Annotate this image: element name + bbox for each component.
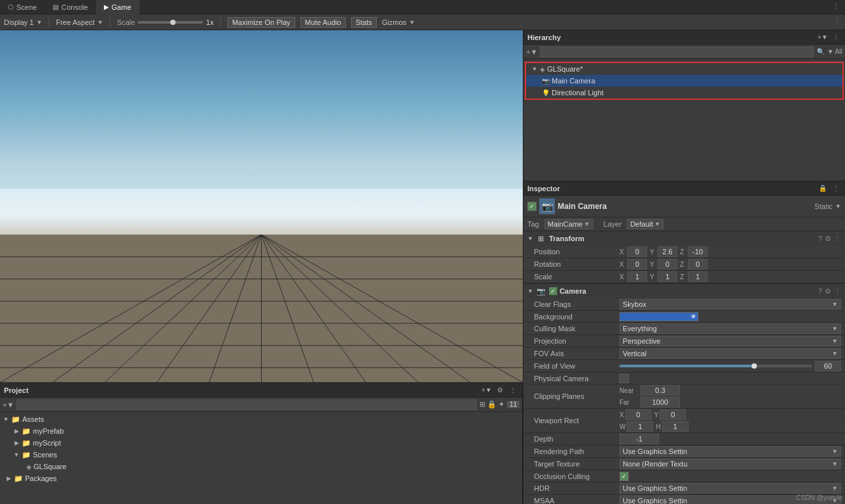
project-glsquare-scene[interactable]: ◈ GLSquare — [0, 461, 522, 472]
inspector-menu-btn[interactable]: ⋮ — [831, 183, 841, 194]
tab-scene[interactable]: ⬡ Scene — [0, 0, 45, 14]
watermark: CSDN @yueyie — [796, 494, 842, 501]
camera-help-icon[interactable]: ? — [818, 287, 822, 296]
hierarchy-add-icon[interactable]: +▼ — [526, 48, 537, 56]
obj-name: Main Camera — [558, 202, 607, 211]
scale-y-val[interactable]: 1 — [658, 271, 677, 282]
transform-help-icon[interactable]: ? — [818, 235, 822, 243]
rendering-path-dropdown[interactable]: Use Graphics Settin ▼ — [619, 446, 841, 457]
console-tab-icon: ▤ — [53, 3, 59, 11]
pos-x-val[interactable]: 0 — [627, 246, 647, 257]
project-settings-btn[interactable]: ⚙ — [495, 385, 505, 396]
vp-y-val[interactable]: 0 — [660, 409, 686, 420]
project-myprefab[interactable]: ▶ 📁 myPrefab — [0, 425, 522, 437]
static-arrow[interactable]: ▼ — [835, 203, 841, 210]
pos-z-val[interactable]: -10 — [688, 246, 708, 257]
project-add-icon[interactable]: +▼ — [3, 401, 14, 409]
project-assets-root[interactable]: ▼ 📁 Assets — [0, 413, 522, 425]
camera-settings-icon[interactable]: ⚙ — [825, 287, 831, 296]
hdr-dropdown[interactable]: Use Graphics Settin ▼ — [619, 483, 841, 493]
position-row: Position X 0 Y 2.6 Z — [523, 246, 845, 258]
hierarchy-search-icon[interactable]: 🔍 — [817, 48, 825, 55]
occlusion-check[interactable]: ✓ — [619, 472, 629, 481]
layer-dropdown-arrow: ▼ — [654, 221, 660, 227]
game-viewport: Project +▼ ⚙ ⋮ +▼ ⊞ 🔒 ✦ 11 ▼ — [0, 30, 523, 504]
project-add-btn[interactable]: +▼ — [481, 385, 492, 396]
camera-enabled[interactable]: ✓ — [549, 287, 557, 295]
obj-enabled-check[interactable]: ✓ — [527, 202, 537, 211]
camera-menu-icon[interactable]: ⋮ — [834, 287, 841, 296]
project-menu-btn[interactable]: ⋮ — [508, 385, 518, 396]
hierarchy-add-btn[interactable]: +▼ — [817, 32, 828, 43]
projection-row: Projection Perspective ▼ — [523, 335, 845, 348]
tab-menu-icon[interactable]: ⋮ — [833, 3, 845, 11]
tab-console[interactable]: ▤ Console — [45, 0, 95, 14]
culling-mask-dropdown[interactable]: Everything ▼ — [619, 323, 841, 334]
msaa-label: MSAA — [534, 497, 619, 504]
vp-x-val[interactable]: 0 — [625, 409, 652, 420]
fov-slider[interactable] — [619, 365, 812, 367]
depth-value[interactable]: -1 — [619, 434, 659, 444]
layer-val-text: Default — [630, 220, 653, 228]
hierarchy-main-camera[interactable]: 📷 Main Camera — [526, 75, 842, 87]
project-view-icons[interactable]: ⊞ 🔒 ✦ — [479, 400, 504, 409]
transform-menu-icon[interactable]: ⋮ — [834, 235, 841, 243]
inspector-lock-btn[interactable]: 🔒 — [817, 183, 828, 194]
transform-header[interactable]: ▼ ⊞ Transform ? ⚙ ⋮ — [523, 231, 845, 246]
bottom-panels: Project +▼ ⚙ ⋮ +▼ ⊞ 🔒 ✦ 11 ▼ — [0, 382, 523, 504]
hierarchy-panel: Hierarchy +▼ ⋮ +▼ 🔍 ▼ All ▼ ◈ GLSqu — [523, 30, 845, 181]
rot-x-val[interactable]: 0 — [627, 259, 647, 269]
hierarchy-filter-icon[interactable]: ▼ All — [827, 48, 842, 55]
far-value[interactable]: 1000 — [640, 397, 680, 407]
aspect-selector[interactable]: Free Aspect ▼ — [56, 18, 103, 26]
camera-header-icons: ? ⚙ ⋮ — [818, 287, 841, 296]
vp-h-val[interactable]: 1 — [662, 421, 688, 432]
rotation-xyz: X 0 Y 0 Z 0 — [619, 259, 841, 269]
project-search[interactable] — [16, 400, 476, 410]
layer-value[interactable]: Default ▼ — [627, 219, 664, 229]
vp-w-val[interactable]: 1 — [627, 421, 653, 432]
project-myscript[interactable]: ▶ 📁 myScript — [0, 437, 522, 449]
camera-header[interactable]: ▼ 📷 ✓ Camera ? ⚙ ⋮ — [523, 284, 845, 298]
physical-camera-check[interactable] — [619, 374, 629, 383]
pos-x-field: X 0 — [619, 246, 647, 257]
project-scenes[interactable]: ▼ 📁 Scenes — [0, 449, 522, 461]
mute-btn[interactable]: Mute Audio — [301, 17, 346, 28]
scale-z-field: Z 1 — [680, 271, 708, 282]
scale-z-val[interactable]: 1 — [688, 271, 708, 282]
background-color[interactable]: 👁 — [619, 312, 698, 321]
clear-flags-dropdown[interactable]: Skybox ▼ — [619, 299, 841, 309]
hierarchy-glsquare[interactable]: ▼ ◈ GLSquare* — [526, 63, 842, 75]
scale-y-label: Y — [650, 273, 656, 281]
physical-camera-row: Physical Camera — [523, 373, 845, 384]
hierarchy-menu-btn[interactable]: ⋮ — [831, 32, 841, 43]
display-label: Display 1 — [4, 18, 34, 26]
target-texture-row: Target Texture None (Render Textu ▼ — [523, 458, 845, 470]
display-selector[interactable]: Display 1 ▼ — [4, 18, 42, 26]
projection-dropdown[interactable]: Perspective ▼ — [619, 336, 841, 346]
rot-z-val[interactable]: 0 — [688, 259, 708, 269]
transform-settings-icon[interactable]: ⚙ — [825, 235, 831, 243]
scale-slider[interactable] — [137, 21, 203, 24]
near-value[interactable]: 0.3 — [640, 385, 680, 396]
gizmos-selector[interactable]: Gizmos ▼ — [382, 18, 415, 26]
rendering-path-arrow: ▼ — [832, 448, 838, 455]
hierarchy-search[interactable] — [540, 47, 813, 57]
stats-btn[interactable]: Stats — [351, 17, 377, 28]
scale-x-val[interactable]: 1 — [627, 271, 647, 282]
toolbar-menu[interactable]: ⋮ — [834, 18, 841, 26]
fov-axis-row: FOV Axis Vertical ▼ — [523, 348, 845, 360]
tab-game[interactable]: ▶ Game — [96, 0, 139, 14]
camera-item-label: Main Camera — [552, 77, 595, 85]
fov-value[interactable]: 60 — [815, 361, 841, 371]
tag-value[interactable]: MainCame ▼ — [544, 219, 593, 229]
pos-y-val[interactable]: 2.6 — [658, 246, 677, 257]
fov-axis-dropdown[interactable]: Vertical ▼ — [619, 348, 841, 359]
aspect-label: Free Aspect — [56, 18, 95, 26]
rot-y-val[interactable]: 0 — [658, 259, 677, 269]
target-texture-dropdown[interactable]: None (Render Textu ▼ — [619, 459, 841, 469]
project-packages[interactable]: ▶ 📁 Packages — [0, 472, 522, 484]
maximize-btn[interactable]: Maximize On Play — [228, 17, 295, 28]
aspect-arrow: ▼ — [97, 19, 103, 26]
hierarchy-dir-light[interactable]: 💡 Directional Light — [526, 87, 842, 99]
